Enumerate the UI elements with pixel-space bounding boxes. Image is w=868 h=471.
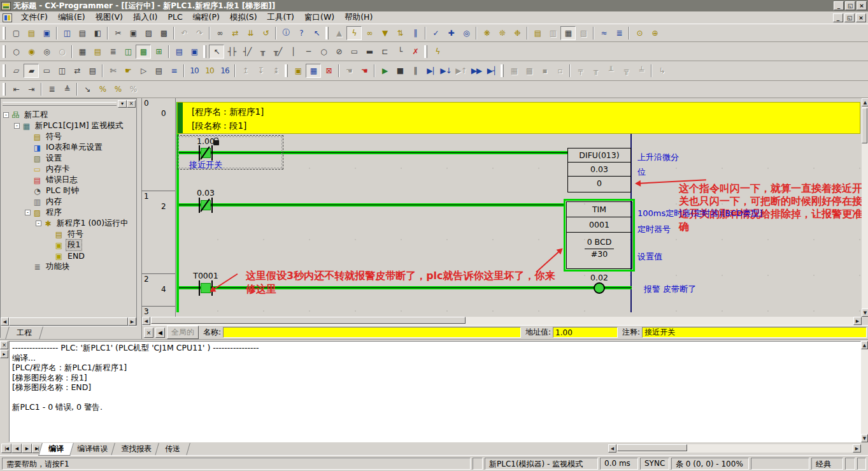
align-list-icon[interactable]: ≣: [44, 82, 59, 96]
name-input[interactable]: [223, 327, 521, 338]
view-diagram-icon[interactable]: ▰: [24, 64, 39, 78]
ladder-canvas[interactable]: [程序名 : 新程序1] [段名称 : 段1] 1.00 接近开关 DIFU(0…: [176, 98, 862, 317]
new-file-icon[interactable]: ▢: [8, 26, 24, 40]
mdi-minimize-button[interactable]: _: [833, 13, 843, 22]
scroll-thumb[interactable]: [862, 108, 867, 143]
breakpoint-set-icon[interactable]: ▦: [506, 64, 522, 78]
tree-expander-icon[interactable]: -: [14, 123, 20, 129]
io-break-3-icon[interactable]: ╨: [603, 64, 618, 78]
view-mnemonics-icon[interactable]: ▭: [39, 64, 54, 78]
sim-step-into-icon[interactable]: ▶↓: [438, 64, 453, 78]
output-nav-first-icon[interactable]: |◀: [1, 444, 11, 453]
toolbar-grip[interactable]: [3, 64, 6, 77]
view-section-icon[interactable]: ▱: [8, 64, 24, 78]
tree-hscrollbar[interactable]: ◀ ▶: [1, 317, 136, 326]
menu-help[interactable]: 帮助(H): [339, 11, 378, 24]
global-toggle-button[interactable]: 全局的: [167, 326, 199, 339]
output-expand-icon[interactable]: ▸: [0, 350, 8, 358]
differentiate-up-icon[interactable]: ↥: [238, 64, 253, 78]
toolbar-grip[interactable]: [501, 64, 504, 77]
monitor-decimal-icon[interactable]: 10: [187, 64, 202, 78]
scroll-left-icon[interactable]: ◀: [608, 444, 616, 453]
new-closed-contact-icon[interactable]: ┤╱: [239, 45, 255, 59]
scroll-thumb[interactable]: [617, 444, 687, 451]
new-open-or-contact-icon[interactable]: ╥: [255, 45, 270, 59]
tree-expander-icon[interactable]: -: [3, 112, 9, 118]
online-find-icon[interactable]: ∞: [362, 26, 377, 40]
view-symbols-icon[interactable]: ◫: [54, 64, 69, 78]
rung-margin-cell[interactable]: 2 4: [142, 273, 175, 306]
zoom-tool-icon[interactable]: ○: [8, 45, 24, 59]
output-hscrollbar[interactable]: ◀ ▶: [608, 444, 861, 453]
memory-view-2-icon[interactable]: ▥: [545, 26, 560, 40]
scroll-up-icon[interactable]: ▲: [862, 98, 868, 106]
diff-percent-1-icon[interactable]: %: [95, 82, 110, 96]
scroll-left-icon[interactable]: ◀: [142, 317, 150, 325]
titlebar-close-button[interactable]: ×: [857, 1, 867, 10]
time-chart-icon[interactable]: ≣: [611, 26, 627, 40]
tree-node-settings[interactable]: ▧设置: [1, 153, 136, 164]
zoom-100-icon[interactable]: ◎: [39, 45, 54, 59]
ci-view-icon[interactable]: ▣: [187, 45, 202, 59]
scroll-right-icon[interactable]: ▶: [853, 317, 862, 325]
scroll-down-icon[interactable]: ▼: [861, 434, 868, 442]
new-fb-invocation-icon[interactable]: ⊏: [377, 45, 392, 59]
monitor-window-icon[interactable]: ▦: [306, 64, 321, 78]
scroll-down-icon[interactable]: ▼: [862, 308, 868, 317]
nc-contact-1-00[interactable]: [199, 145, 213, 161]
section-list-icon[interactable]: ▤: [151, 64, 166, 78]
save-icon[interactable]: ▣: [39, 26, 54, 40]
menu-edit[interactable]: 编辑(E): [53, 11, 90, 24]
menu-simulation[interactable]: 模拟(S): [225, 11, 262, 24]
sim-play-icon[interactable]: ▶: [377, 64, 392, 78]
horizontal-line-icon[interactable]: ─: [301, 45, 316, 59]
tree-expander-icon[interactable]: -: [36, 221, 41, 226]
menu-insert[interactable]: 插入(I): [128, 11, 162, 24]
about-icon[interactable]: ⓘ: [278, 26, 294, 40]
address-reference-tool-icon[interactable]: ☛: [120, 64, 136, 78]
difu-instruction-block[interactable]: DIFU(013) 0.03 0: [567, 148, 631, 192]
contact-address[interactable]: T0001: [178, 271, 233, 280]
memory-view-1-icon[interactable]: ▤: [530, 26, 545, 40]
tree-expander-icon[interactable]: -: [25, 210, 31, 215]
program-check-icon[interactable]: ✓: [428, 26, 443, 40]
tree-node-programs[interactable]: -▨程序: [1, 207, 136, 218]
program-find-icon[interactable]: ◎: [459, 26, 474, 40]
io-break-4-icon[interactable]: ╦: [618, 64, 634, 78]
tree-node-plc[interactable]: -▦新PLC1[CJ1M] 监视模式: [1, 120, 136, 131]
zoom-in-icon[interactable]: ◉: [24, 45, 39, 59]
debug-step-icon[interactable]: ❉: [509, 26, 525, 40]
replace-icon[interactable]: ⇄: [227, 26, 243, 40]
tree-node-function-blocks[interactable]: ≣功能块: [1, 261, 136, 272]
memory-view-3-icon[interactable]: ▦: [560, 26, 576, 40]
memory-view-4-icon[interactable]: ▧: [576, 26, 591, 40]
breakpoint-enable-icon[interactable]: ▪: [537, 64, 552, 78]
print-icon[interactable]: ▤: [75, 26, 90, 40]
cut-icon[interactable]: ✂: [110, 26, 125, 40]
set-password-icon[interactable]: ⊙: [632, 26, 647, 40]
toolbar-grip[interactable]: [203, 45, 206, 58]
tree-node-plc-clock[interactable]: ◔PLC 时钟: [1, 185, 136, 196]
menu-program[interactable]: 编程(P): [188, 11, 225, 24]
release-password-icon[interactable]: ⊕: [647, 26, 662, 40]
io-break-1-icon[interactable]: ╤: [573, 64, 588, 78]
mnemonic-list-icon[interactable]: ≡: [166, 64, 181, 78]
vertical-line-icon[interactable]: │: [285, 45, 301, 59]
mdi-close-button[interactable]: ×: [856, 13, 866, 22]
watch-window-icon[interactable]: ≈: [596, 26, 611, 40]
tree-node-symbols[interactable]: ▤符号: [1, 131, 136, 142]
scroll-left-icon[interactable]: ◀: [1, 317, 9, 326]
view-cross-reference-icon[interactable]: ⇄: [69, 64, 85, 78]
online-edit-rungs-icon[interactable]: ϟ: [430, 45, 445, 59]
tree-node-new-project[interactable]: -品新工程: [1, 110, 136, 120]
copy-icon[interactable]: ▣: [125, 26, 141, 40]
workspace-pin-icon[interactable]: ▾: [118, 100, 127, 108]
new-closed-or-contact-icon[interactable]: ╥╱: [270, 45, 285, 59]
address-bar-close-icon[interactable]: ×: [144, 328, 153, 338]
undo-icon[interactable]: ↶: [176, 26, 192, 40]
toolbar-grip[interactable]: [3, 27, 6, 40]
stop-simulation-icon[interactable]: ☚: [357, 64, 372, 78]
force-cursor-icon[interactable]: ↘: [80, 82, 95, 96]
mdi-child-icon[interactable]: [3, 13, 12, 22]
line-connect-icon[interactable]: └: [392, 45, 408, 59]
